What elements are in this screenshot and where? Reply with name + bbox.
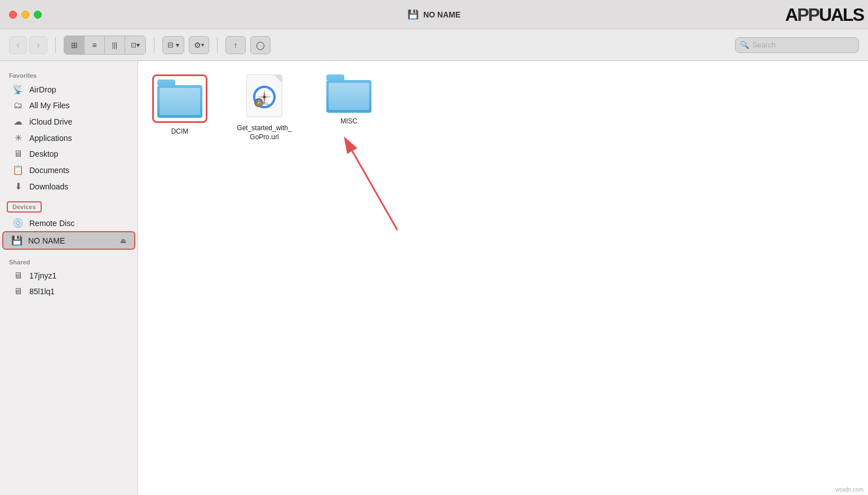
- sidebar-item-applications-label: Applications: [29, 134, 72, 143]
- logo-area: APPUALS: [643, 0, 868, 29]
- back-button[interactable]: ‹: [9, 36, 27, 54]
- tag-icon: ◯: [256, 41, 265, 50]
- dcim-label: DCIM: [171, 127, 189, 136]
- view-buttons: ⊞ ≡ ||| ⊡▾: [64, 36, 146, 55]
- svg-point-5: [263, 96, 265, 98]
- gear-dropdown-icon: ▾: [201, 42, 204, 48]
- airdrop-icon: 📡: [12, 84, 24, 95]
- share-icon: ↑: [234, 41, 238, 50]
- arrange-button[interactable]: ⊟ ▾: [162, 36, 184, 54]
- downloads-icon: ⬇: [12, 181, 24, 192]
- sidebar-item-85l1lq1[interactable]: 🖥 85l1lq1: [3, 284, 134, 299]
- arrange-label: ▾: [176, 41, 179, 49]
- traffic-lights: [9, 11, 42, 19]
- sidebar-item-all-my-files[interactable]: 🗂 All My Files: [3, 98, 134, 113]
- back-icon: ‹: [16, 40, 19, 50]
- devices-section: Devices: [0, 199, 138, 215]
- shared-pc-1-icon: 🖥: [12, 271, 24, 281]
- logo-text: APPUALS: [785, 5, 863, 25]
- tag-button[interactable]: ◯: [250, 36, 271, 54]
- search-icon: 🔍: [740, 41, 749, 49]
- sidebar-item-applications[interactable]: ✳ Applications: [3, 130, 134, 146]
- nav-buttons: ‹ ›: [9, 36, 47, 54]
- sidebar-item-no-name-label: NO NAME: [28, 236, 65, 245]
- sidebar: Favorites 📡 AirDrop 🗂 All My Files ☁ iCl…: [0, 61, 138, 495]
- main-content: Favorites 📡 AirDrop 🗂 All My Files ☁ iCl…: [0, 61, 868, 495]
- no-name-drive-icon: 💾: [11, 235, 23, 246]
- url-badge-text: URL: [259, 101, 269, 106]
- misc-label: MISC: [340, 117, 357, 126]
- watermark: wsxdn.com: [835, 487, 863, 493]
- sidebar-item-downloads-label: Downloads: [29, 182, 68, 191]
- shared-pc-2-icon: 🖥: [12, 286, 24, 297]
- sidebar-item-desktop[interactable]: 🖥 Desktop: [3, 146, 134, 162]
- all-my-files-icon: 🗂: [12, 100, 24, 111]
- window-title-area: 💾 NO NAME: [408, 9, 460, 20]
- forward-button[interactable]: ›: [29, 36, 47, 54]
- sidebar-item-85l1lq1-label: 85l1lq1: [29, 287, 55, 296]
- file-item-dcim[interactable]: DCIM: [152, 74, 208, 136]
- favorites-section-label: Favorites: [0, 68, 138, 81]
- documents-icon: 📋: [12, 165, 24, 175]
- list-view-button[interactable]: ≡: [85, 36, 105, 54]
- close-button[interactable]: [9, 11, 17, 19]
- toolbar-separator-3: [217, 37, 218, 53]
- dcim-folder-icon: [157, 79, 202, 118]
- share-button[interactable]: ↑: [225, 36, 246, 54]
- dcim-selection-border: [152, 74, 207, 123]
- title-bar: 💾 NO NAME APPUALS: [0, 0, 868, 29]
- minimize-button[interactable]: [21, 11, 29, 19]
- sidebar-item-documents-label: Documents: [29, 166, 69, 175]
- svg-line-7: [352, 151, 397, 230]
- column-view-button[interactable]: |||: [105, 36, 125, 54]
- file-area: DCIM: [138, 61, 868, 495]
- url-paper: 🔒 URL: [246, 74, 282, 117]
- gear-icon: ⚙: [194, 41, 201, 50]
- action-button[interactable]: ⚙ ▾: [189, 36, 209, 54]
- sidebar-item-desktop-label: Desktop: [29, 149, 58, 158]
- toolbar: ‹ › ⊞ ≡ ||| ⊡▾ ⊟ ▾ ⚙ ▾ ↑ ◯ 🔍: [0, 29, 868, 61]
- file-item-get-started[interactable]: 🔒 URL Get_started_with_GoPro.url: [231, 74, 298, 142]
- window-title: NO NAME: [423, 10, 460, 19]
- column-view-icon: |||: [112, 41, 117, 49]
- eject-button[interactable]: ⏏: [120, 237, 126, 245]
- file-item-misc[interactable]: MISC: [321, 74, 377, 126]
- icon-view-icon: ⊞: [71, 41, 78, 50]
- list-view-icon: ≡: [92, 41, 96, 50]
- sidebar-item-17jnyz1[interactable]: 🖥 17jnyz1: [3, 268, 134, 284]
- forward-icon: ›: [37, 40, 39, 50]
- sidebar-item-all-my-files-label: All My Files: [29, 101, 70, 110]
- icon-view-button[interactable]: ⊞: [64, 36, 85, 54]
- url-corner: [274, 75, 282, 83]
- sidebar-item-icloud-label: iCloud Drive: [29, 117, 72, 126]
- cover-view-button[interactable]: ⊡▾: [125, 36, 145, 54]
- toolbar-separator-2: [154, 37, 154, 53]
- icloud-icon: ☁: [12, 116, 24, 127]
- search-bar[interactable]: 🔍 Search: [735, 37, 859, 53]
- misc-folder-icon: [326, 74, 371, 113]
- sidebar-item-no-name[interactable]: 💾 NO NAME ⏏: [2, 231, 135, 250]
- sidebar-item-documents[interactable]: 📋 Documents: [3, 162, 134, 178]
- shared-section-label: Shared: [0, 254, 138, 268]
- remote-disc-icon: 💿: [12, 218, 24, 228]
- get-started-label: Get_started_with_GoPro.url: [237, 124, 291, 142]
- url-file-icon: 🔒 URL: [245, 74, 284, 120]
- url-content: 🔒 URL: [253, 86, 276, 108]
- desktop-icon: 🖥: [12, 149, 24, 159]
- arrange-icon: ⊟: [167, 41, 174, 49]
- shared-section: Shared: [0, 254, 138, 268]
- sidebar-item-downloads[interactable]: ⬇ Downloads: [3, 178, 134, 195]
- sidebar-item-airdrop-label: AirDrop: [29, 85, 56, 94]
- sidebar-item-icloud-drive[interactable]: ☁ iCloud Drive: [3, 113, 134, 130]
- sidebar-item-17jnyz1-label: 17jnyz1: [29, 271, 56, 280]
- maximize-button[interactable]: [34, 11, 42, 19]
- toolbar-separator-1: [55, 37, 56, 53]
- cover-view-icon: ⊡▾: [131, 41, 140, 49]
- applications-icon: ✳: [12, 132, 24, 143]
- sidebar-item-remote-disc[interactable]: 💿 Remote Disc: [3, 215, 134, 231]
- devices-section-label: Devices: [7, 201, 42, 213]
- search-placeholder: Search: [752, 41, 776, 49]
- file-grid: DCIM: [152, 74, 854, 142]
- sidebar-item-airdrop[interactable]: 📡 AirDrop: [3, 81, 134, 98]
- sidebar-item-remote-disc-label: Remote Disc: [29, 219, 74, 228]
